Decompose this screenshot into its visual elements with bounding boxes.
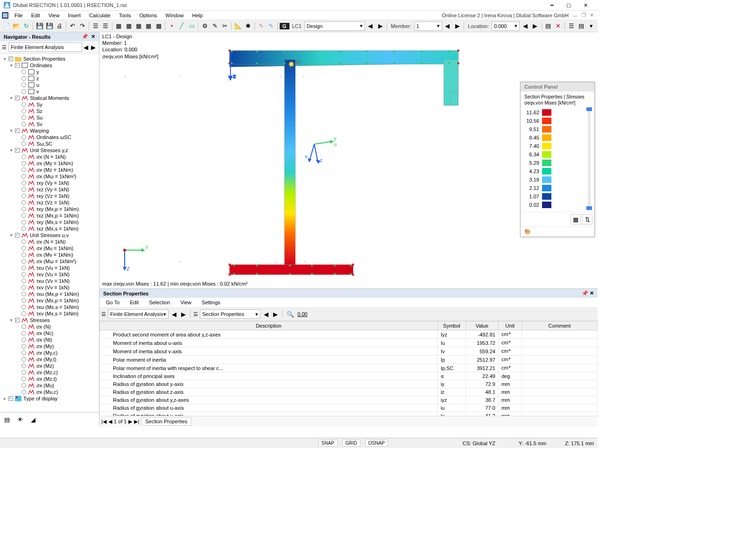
extras1-icon[interactable]: ☰ xyxy=(567,21,576,31)
extras3-icon[interactable]: ▾ xyxy=(587,21,596,31)
cp-options1-icon[interactable]: ▦ xyxy=(571,214,581,224)
pager-first-icon[interactable]: |◀ xyxy=(101,419,106,425)
cp-palette-icon[interactable]: 🎨 xyxy=(524,229,531,235)
grid-icon[interactable]: ▦ xyxy=(114,21,123,31)
table-row[interactable]: Polar moment of inertia with respect to … xyxy=(100,364,598,372)
table-row[interactable]: Product second moment of area about y,z-… xyxy=(100,330,598,339)
menu-view[interactable]: View xyxy=(44,12,64,19)
tree-item[interactable]: σx (Mu,c) xyxy=(0,389,99,395)
tree-item[interactable]: σx (Mv = 1kNm) xyxy=(0,252,99,258)
tree-item[interactable]: ▾Statical Moments xyxy=(0,95,99,101)
nav-next-icon[interactable]: ▶ xyxy=(90,42,97,52)
menu-calculate[interactable]: Calculate xyxy=(85,12,115,19)
tree-item[interactable]: τxu (Vu = 1kN) xyxy=(0,265,99,271)
status-osnap[interactable]: OSNAP xyxy=(365,440,388,447)
tree-item[interactable]: σx (My) xyxy=(0,343,99,350)
props-table-combo[interactable]: Section Properties▾ xyxy=(200,309,261,319)
menu-file[interactable]: File xyxy=(10,12,27,19)
tree-item[interactable]: σx (N) xyxy=(0,323,99,330)
mdi-minimize[interactable]: — xyxy=(572,13,578,18)
table-row[interactable]: Moment of inertia about u-axisIu1953.72c… xyxy=(100,339,598,347)
loc-next-icon[interactable]: ▶ xyxy=(530,21,539,31)
tree-item[interactable]: Sy xyxy=(0,101,99,108)
location-combo[interactable]: 0.000▾ xyxy=(492,21,520,31)
cp-slider[interactable] xyxy=(588,108,591,209)
loadcase-combo[interactable]: Design▾ xyxy=(304,21,365,31)
tool3-icon[interactable]: ✂ xyxy=(220,21,229,31)
tool2-icon[interactable]: ✎ xyxy=(210,21,219,31)
options-icon[interactable]: ☰ xyxy=(91,21,100,31)
pin-icon[interactable]: 📌 xyxy=(82,34,88,40)
lc-next-icon[interactable]: ▶ xyxy=(376,21,385,31)
menu-options[interactable]: Options xyxy=(135,12,161,19)
tree-item[interactable]: σx (My,c) xyxy=(0,350,99,356)
tree-item[interactable]: u xyxy=(0,82,99,88)
brush-icon[interactable]: ✎ xyxy=(257,21,266,31)
table-row[interactable]: Radius of gyration about y-axisiy72.9mm xyxy=(100,380,598,388)
props-nav-prev[interactable]: ◀ xyxy=(170,309,178,319)
nav-tab3-icon[interactable]: ◢ xyxy=(28,414,38,425)
tree-item[interactable]: τxv (Mx,s = 1kNm) xyxy=(0,310,99,317)
control-panel[interactable]: Control Panel Section Properties | Stres… xyxy=(520,82,595,237)
tree-item[interactable]: σx (Mu) xyxy=(0,382,99,389)
tool1-icon[interactable]: ⚙ xyxy=(200,21,209,31)
tree-item[interactable]: σx (Nt) xyxy=(0,336,99,343)
tree-item[interactable]: Ordinates ωSC xyxy=(0,134,99,140)
tool5-icon[interactable]: ✱ xyxy=(243,21,252,31)
props-analysis-combo[interactable]: Finite Element Analysis▾ xyxy=(108,309,169,319)
props-menu-view[interactable]: View xyxy=(177,299,194,306)
cp-options2-icon[interactable]: ⇅ xyxy=(582,214,592,224)
units-icon[interactable]: ☰ xyxy=(101,21,110,31)
tree-item[interactable]: Su xyxy=(0,114,99,121)
props-pin-icon[interactable]: 📌 xyxy=(582,290,588,296)
tree-item[interactable]: v xyxy=(0,88,99,95)
lc-prev-icon[interactable]: ◀ xyxy=(366,21,375,31)
tree-item[interactable]: y xyxy=(0,69,99,75)
tree-item[interactable]: σx (Mω = 1kNm²) xyxy=(0,173,99,180)
tree-item[interactable]: τxu (Mx,p = 1kNm) xyxy=(0,291,99,297)
nav-tab2-icon[interactable]: 👁 xyxy=(15,414,25,425)
app-menu-icon[interactable] xyxy=(2,12,8,19)
extras2-icon[interactable]: ▤ xyxy=(577,21,585,31)
tree-item[interactable]: Sω,SC xyxy=(0,140,99,147)
tree-item[interactable]: σx (N = 1kN) xyxy=(0,238,99,245)
tree-item[interactable]: τxz (Vy = 1kN) xyxy=(0,186,99,193)
props-nav-next[interactable]: ▶ xyxy=(180,309,187,319)
tree-item[interactable]: σx (Mz,t) xyxy=(0,376,99,382)
brush2-icon[interactable]: ✎ xyxy=(267,21,275,31)
minimize-button[interactable]: ━ xyxy=(543,0,560,10)
grid4-icon[interactable]: ▦ xyxy=(144,21,153,31)
menu-tools[interactable]: Tools xyxy=(115,12,135,19)
tree-item[interactable]: σx (N = 1kN) xyxy=(0,154,99,160)
props-menu-edit[interactable]: Edit xyxy=(127,299,141,306)
tree-item[interactable]: Sz xyxy=(0,108,99,114)
table-row[interactable]: Radius of gyration about y,z-axesiyz38.7… xyxy=(100,396,598,404)
nav-prev-icon[interactable]: ◀ xyxy=(82,42,90,52)
loc-prev-icon[interactable]: ◀ xyxy=(521,21,529,31)
grid3-icon[interactable]: ▦ xyxy=(134,21,143,31)
nav-tab1-icon[interactable]: ▤ xyxy=(2,414,12,425)
navigator-tree[interactable]: ▾Section Properties▾Ordinatesyzuv▾Static… xyxy=(0,54,99,412)
stress-result-icon[interactable]: ▤ xyxy=(543,21,552,31)
save-as-icon[interactable]: 💾 xyxy=(45,21,54,31)
tool4-icon[interactable]: 📐 xyxy=(233,21,242,31)
tree-item[interactable]: τxv (Mx,p = 1kNm) xyxy=(0,297,99,304)
status-snap[interactable]: SNAP xyxy=(318,440,338,447)
tree-item[interactable]: τxz (Vz = 1kN) xyxy=(0,199,99,206)
member-next-icon[interactable]: ▶ xyxy=(453,21,462,31)
line-icon[interactable]: ╱ xyxy=(177,21,186,31)
tree-item[interactable]: σx (Nc) xyxy=(0,330,99,336)
props-menu-go-to[interactable]: Go To xyxy=(103,299,122,306)
delete-results-icon[interactable]: ✕ xyxy=(554,21,563,31)
tree-item[interactable]: τxu (Mx,s = 1kNm) xyxy=(0,304,99,310)
pager-prev-icon[interactable]: ◀ xyxy=(108,419,112,425)
tree-item[interactable]: τxv (Vv = 1kN) xyxy=(0,284,99,291)
tree-item[interactable]: ▾Unit Stresses y,z xyxy=(0,147,99,154)
status-grid[interactable]: GRID xyxy=(342,440,360,447)
save-icon[interactable]: 💾 xyxy=(35,21,44,31)
tree-item[interactable]: τxz (Mx,s = 1kNm) xyxy=(0,225,99,232)
tree-item[interactable]: ▾Section Properties xyxy=(0,56,99,62)
grid2-icon[interactable]: ▦ xyxy=(124,21,133,31)
props-menu-selection[interactable]: Selection xyxy=(146,299,173,306)
tree-item[interactable]: τxy (Mx,p = 1kNm) xyxy=(0,206,99,212)
